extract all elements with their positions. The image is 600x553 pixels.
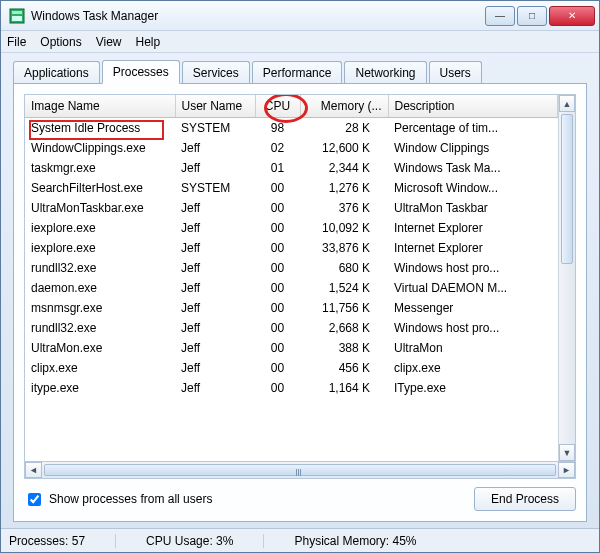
col-memory[interactable]: Memory (... bbox=[300, 95, 388, 118]
tab-processes[interactable]: Processes bbox=[102, 60, 180, 84]
status-processes: Processes: 57 bbox=[9, 534, 116, 548]
cell-cpu: 00 bbox=[255, 338, 300, 358]
tab-services[interactable]: Services bbox=[182, 61, 250, 84]
cell-image: iexplore.exe bbox=[25, 218, 175, 238]
cell-image: clipx.exe bbox=[25, 358, 175, 378]
table-row[interactable]: System Idle ProcessSYSTEM9828 KPercentag… bbox=[25, 118, 558, 139]
table-row[interactable]: itype.exeJeff001,164 KIType.exe bbox=[25, 378, 558, 398]
cell-memory: 456 K bbox=[300, 358, 388, 378]
cell-cpu: 00 bbox=[255, 178, 300, 198]
cell-desc: Virtual DAEMON M... bbox=[388, 278, 558, 298]
tab-performance[interactable]: Performance bbox=[252, 61, 343, 84]
show-all-users-input[interactable] bbox=[28, 493, 41, 506]
menubar: File Options View Help bbox=[1, 31, 599, 53]
svg-rect-1 bbox=[12, 11, 22, 14]
cell-user: Jeff bbox=[175, 298, 255, 318]
close-button[interactable]: ✕ bbox=[549, 6, 595, 26]
cell-image: itype.exe bbox=[25, 378, 175, 398]
show-all-users-checkbox[interactable]: Show processes from all users bbox=[24, 490, 212, 509]
cell-desc: Windows host pro... bbox=[388, 258, 558, 278]
hscroll-thumb[interactable] bbox=[44, 464, 556, 476]
table-row[interactable]: daemon.exeJeff001,524 KVirtual DAEMON M.… bbox=[25, 278, 558, 298]
menu-options[interactable]: Options bbox=[40, 35, 81, 49]
cell-desc: Microsoft Window... bbox=[388, 178, 558, 198]
show-all-users-label: Show processes from all users bbox=[49, 492, 212, 506]
table-row[interactable]: iexplore.exeJeff0010,092 KInternet Explo… bbox=[25, 218, 558, 238]
horizontal-scrollbar[interactable]: ◄ ► bbox=[24, 462, 576, 479]
menu-file[interactable]: File bbox=[7, 35, 26, 49]
process-table: Image Name User Name CPU Memory (... Des… bbox=[25, 95, 558, 398]
cell-user: Jeff bbox=[175, 338, 255, 358]
cell-image: System Idle Process bbox=[25, 118, 175, 139]
cell-desc: IType.exe bbox=[388, 378, 558, 398]
cell-memory: 388 K bbox=[300, 338, 388, 358]
tab-applications[interactable]: Applications bbox=[13, 61, 100, 84]
table-row[interactable]: iexplore.exeJeff0033,876 KInternet Explo… bbox=[25, 238, 558, 258]
table-row[interactable]: WindowClippings.exeJeff0212,600 KWindow … bbox=[25, 138, 558, 158]
cell-cpu: 00 bbox=[255, 258, 300, 278]
cell-image: iexplore.exe bbox=[25, 238, 175, 258]
table-row[interactable]: UltraMonTaskbar.exeJeff00376 KUltraMon T… bbox=[25, 198, 558, 218]
end-process-button[interactable]: End Process bbox=[474, 487, 576, 511]
cell-memory: 1,524 K bbox=[300, 278, 388, 298]
cell-desc: Windows Task Ma... bbox=[388, 158, 558, 178]
scroll-left-icon[interactable]: ◄ bbox=[25, 462, 42, 478]
task-manager-window: Windows Task Manager — □ ✕ File Options … bbox=[0, 0, 600, 553]
scroll-right-icon[interactable]: ► bbox=[558, 462, 575, 478]
processes-panel: Image Name User Name CPU Memory (... Des… bbox=[13, 83, 587, 522]
table-row[interactable]: rundll32.exeJeff00680 KWindows host pro.… bbox=[25, 258, 558, 278]
table-row[interactable]: UltraMon.exeJeff00388 KUltraMon bbox=[25, 338, 558, 358]
col-cpu[interactable]: CPU bbox=[255, 95, 300, 118]
cell-cpu: 00 bbox=[255, 198, 300, 218]
table-row[interactable]: SearchFilterHost.exeSYSTEM001,276 KMicro… bbox=[25, 178, 558, 198]
menu-view[interactable]: View bbox=[96, 35, 122, 49]
cell-user: Jeff bbox=[175, 218, 255, 238]
cell-cpu: 00 bbox=[255, 298, 300, 318]
scroll-up-icon[interactable]: ▲ bbox=[559, 95, 575, 112]
cell-memory: 2,344 K bbox=[300, 158, 388, 178]
tab-networking[interactable]: Networking bbox=[344, 61, 426, 84]
cell-desc: clipx.exe bbox=[388, 358, 558, 378]
cell-image: rundll32.exe bbox=[25, 258, 175, 278]
cell-image: msnmsgr.exe bbox=[25, 298, 175, 318]
cell-user: Jeff bbox=[175, 358, 255, 378]
cell-user: SYSTEM bbox=[175, 178, 255, 198]
menu-help[interactable]: Help bbox=[136, 35, 161, 49]
cell-memory: 11,756 K bbox=[300, 298, 388, 318]
svg-rect-2 bbox=[12, 16, 22, 21]
cell-memory: 1,276 K bbox=[300, 178, 388, 198]
cell-user: Jeff bbox=[175, 318, 255, 338]
cell-user: Jeff bbox=[175, 258, 255, 278]
table-row[interactable]: msnmsgr.exeJeff0011,756 KMessenger bbox=[25, 298, 558, 318]
tab-users[interactable]: Users bbox=[429, 61, 482, 84]
table-row[interactable]: taskmgr.exeJeff012,344 KWindows Task Ma.… bbox=[25, 158, 558, 178]
cell-image: rundll32.exe bbox=[25, 318, 175, 338]
table-row[interactable]: clipx.exeJeff00456 Kclipx.exe bbox=[25, 358, 558, 378]
cell-image: SearchFilterHost.exe bbox=[25, 178, 175, 198]
col-user-name[interactable]: User Name bbox=[175, 95, 255, 118]
maximize-button[interactable]: □ bbox=[517, 6, 547, 26]
scroll-thumb[interactable] bbox=[561, 114, 573, 264]
cell-memory: 10,092 K bbox=[300, 218, 388, 238]
minimize-button[interactable]: — bbox=[485, 6, 515, 26]
app-icon bbox=[9, 8, 25, 24]
titlebar[interactable]: Windows Task Manager — □ ✕ bbox=[1, 1, 599, 31]
cell-memory: 1,164 K bbox=[300, 378, 388, 398]
cell-user: Jeff bbox=[175, 378, 255, 398]
cell-cpu: 00 bbox=[255, 238, 300, 258]
table-row[interactable]: rundll32.exeJeff002,668 KWindows host pr… bbox=[25, 318, 558, 338]
cell-cpu: 01 bbox=[255, 158, 300, 178]
vertical-scrollbar[interactable]: ▲ ▼ bbox=[558, 95, 575, 461]
cell-memory: 376 K bbox=[300, 198, 388, 218]
cell-cpu: 00 bbox=[255, 278, 300, 298]
status-memory: Physical Memory: 45% bbox=[294, 534, 446, 548]
col-description[interactable]: Description bbox=[388, 95, 558, 118]
cell-memory: 12,600 K bbox=[300, 138, 388, 158]
cell-cpu: 98 bbox=[255, 118, 300, 139]
col-image-name[interactable]: Image Name bbox=[25, 95, 175, 118]
cell-memory: 2,668 K bbox=[300, 318, 388, 338]
cell-user: SYSTEM bbox=[175, 118, 255, 139]
cell-image: WindowClippings.exe bbox=[25, 138, 175, 158]
cell-image: daemon.exe bbox=[25, 278, 175, 298]
scroll-down-icon[interactable]: ▼ bbox=[559, 444, 575, 461]
